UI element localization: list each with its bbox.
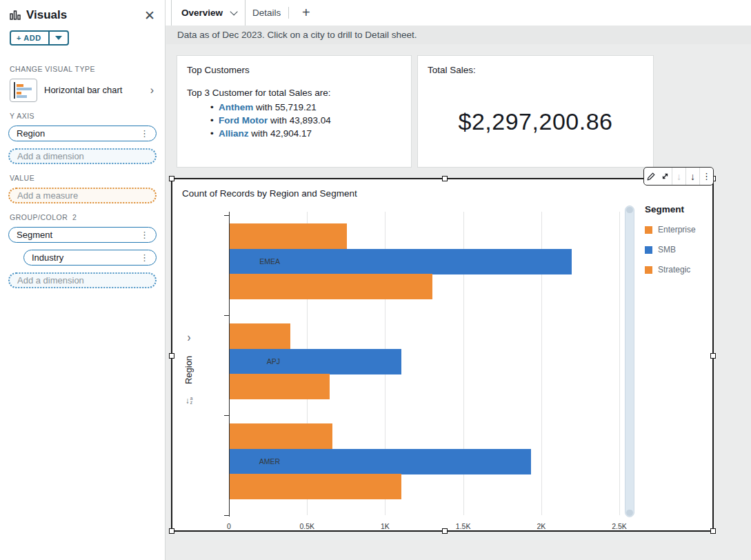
plot-area: 00.5K1K1.5K2K2.5KEMEAAPJAMER	[229, 212, 628, 517]
legend-swatch	[645, 266, 652, 274]
change-visual-type-label: CHANGE VISUAL TYPE	[10, 65, 155, 73]
legend-title: Segment	[645, 204, 714, 214]
customer-link[interactable]: Ford Motor	[219, 115, 268, 126]
chart-scrollbar[interactable]	[625, 206, 634, 517]
legend-label: Enterprise	[658, 225, 696, 234]
scrollbar-cap	[626, 207, 633, 213]
sort-icon[interactable]: ↓az	[186, 396, 193, 406]
bar-amer-enterprise[interactable]	[230, 423, 332, 449]
chevron-right-icon[interactable]: ›	[149, 84, 155, 97]
visual-toolbar: ↓ ↓ ⋮	[643, 167, 714, 186]
y-axis-tick	[224, 515, 229, 516]
resize-handle-mid-right[interactable]	[710, 353, 716, 359]
bar-chart-icon	[10, 10, 21, 21]
value-section-label: VALUE	[10, 174, 155, 182]
tab-overview[interactable]: Overview	[171, 0, 246, 26]
panel-title: Visuals	[26, 8, 144, 22]
visual-type-selector[interactable]: Horizontal bar chart ›	[10, 79, 155, 102]
bar-amer-strategic[interactable]	[230, 474, 401, 499]
y-axis-tick	[224, 215, 229, 216]
value-add-measure-label: Add a measure	[17, 190, 78, 201]
resize-handle-mid-left[interactable]	[169, 353, 174, 359]
visuals-panel: Visuals ✕ + ADD CHANGE VISUAL TYPE Horiz…	[0, 0, 166, 560]
legend-item[interactable]: Strategic	[645, 265, 714, 274]
resize-handle-bottom-right[interactable]	[710, 528, 716, 534]
bar-apj-enterprise[interactable]	[230, 323, 290, 349]
total-sales-kpi[interactable]: Total Sales: $2,297,200.86	[417, 55, 654, 168]
field-well-region-label: Region	[17, 128, 139, 139]
field-well-segment[interactable]: Segment ⋮	[8, 227, 157, 243]
legend-swatch	[645, 226, 652, 234]
legend-item[interactable]: SMB	[645, 245, 714, 254]
bar-apj-smb[interactable]	[230, 349, 401, 374]
resize-handle-top-center[interactable]	[442, 176, 448, 181]
visual-menu-icon[interactable]: ⋮	[699, 168, 713, 185]
kebab-menu-icon[interactable]: ⋮	[139, 253, 150, 262]
x-tick-label: 2.5K	[612, 522, 627, 530]
y-axis-controls: › Region ↓az	[181, 331, 197, 406]
add-visual-dropdown[interactable]	[50, 32, 68, 44]
bar-emea-smb[interactable]	[230, 249, 572, 274]
top-customers-insight[interactable]: Top Customers Top 3 Customer for total S…	[177, 55, 412, 168]
chart-legend: Segment EnterpriseSMBStrategic	[645, 204, 714, 274]
maximize-icon[interactable]	[658, 168, 672, 185]
customer-link[interactable]: Anthem	[219, 102, 253, 112]
add-sheet-button[interactable]: +	[295, 0, 317, 26]
x-tick-label: 0.5K	[299, 522, 314, 530]
resize-handle-bottom-left[interactable]	[169, 528, 174, 534]
y-axis-add-dimension-label: Add a dimension	[17, 151, 84, 161]
group-color-section-label: GROUP/COLOR 2	[10, 213, 155, 221]
insight-intro: Top 3 Customer for total Sales are:	[187, 88, 401, 98]
x-tick-label: 1K	[381, 522, 390, 530]
y-category-label: APJ	[267, 357, 280, 366]
chevron-down-icon[interactable]	[230, 8, 238, 15]
resize-handle-bottom-center[interactable]	[442, 528, 448, 534]
customer-link[interactable]: Allianz	[219, 128, 249, 139]
y-category-label: AMER	[259, 457, 280, 466]
scrollbar-cap	[626, 510, 633, 516]
legend-item[interactable]: Enterprise	[645, 225, 714, 234]
value-add-measure[interactable]: Add a measure	[8, 188, 157, 203]
bar-emea-enterprise[interactable]	[230, 223, 347, 249]
close-icon[interactable]: ✕	[144, 9, 155, 22]
legend-items: EnterpriseSMBStrategic	[645, 225, 714, 274]
x-tick-label: 0	[227, 522, 231, 530]
customer-item: Ford Motor with 43,893.04	[219, 115, 401, 126]
group-color-add-dimension[interactable]: Add a dimension	[8, 272, 157, 288]
legend-label: SMB	[658, 245, 676, 254]
chevron-down-icon	[55, 36, 62, 40]
field-well-industry-label: Industry	[32, 252, 139, 263]
top-customers-list: Anthem with 55,719.21Ford Motor with 43,…	[187, 102, 401, 139]
gridline	[619, 212, 620, 515]
add-visual-button[interactable]: + ADD	[10, 30, 69, 46]
kebab-menu-icon[interactable]: ⋮	[139, 230, 150, 239]
y-axis-tick	[224, 315, 229, 316]
bar-apj-strategic[interactable]	[230, 374, 330, 399]
field-well-segment-label: Segment	[17, 230, 139, 240]
customer-item: Anthem with 55,719.21	[219, 102, 401, 112]
plus-icon: +	[302, 5, 310, 21]
field-well-region[interactable]: Region ⋮	[8, 126, 157, 141]
legend-swatch	[645, 246, 652, 254]
resize-handle-top-left[interactable]	[169, 176, 174, 181]
chart-title: Count of Records by Region and Segment	[182, 188, 357, 199]
tab-details[interactable]: Details	[243, 0, 290, 26]
move-up-disabled-icon: ↓	[672, 168, 685, 185]
bar-emea-strategic[interactable]	[230, 274, 432, 299]
notice-text: Data as of Dec 2023. Click on a city to …	[177, 30, 417, 40]
chevron-right-icon[interactable]: ›	[188, 330, 191, 343]
field-well-industry[interactable]: Industry ⋮	[23, 250, 157, 266]
move-down-icon[interactable]: ↓	[685, 168, 699, 185]
add-visual-label[interactable]: + ADD	[11, 32, 50, 44]
sheet-tab-bar: Overview Details +	[166, 0, 751, 26]
customer-item: Allianz with 42,904.17	[219, 128, 401, 139]
group-color-count: 2	[72, 213, 77, 221]
insight-title: Top Customers	[187, 65, 401, 75]
y-axis-add-dimension[interactable]: Add a dimension	[8, 148, 157, 164]
kebab-menu-icon[interactable]: ⋮	[139, 129, 150, 138]
y-axis-title: Region	[184, 356, 194, 384]
edit-pencil-icon[interactable]	[644, 168, 658, 185]
legend-label: Strategic	[658, 265, 690, 274]
tab-overview-label: Overview	[181, 8, 223, 18]
bar-chart-visual[interactable]: ↓ ↓ ⋮ Count of Records by Region and Seg…	[171, 178, 714, 532]
